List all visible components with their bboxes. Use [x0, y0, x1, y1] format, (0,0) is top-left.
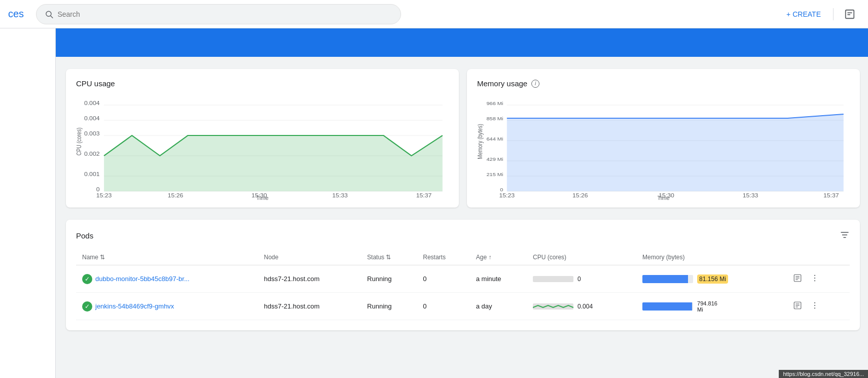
col-age[interactable]: Age ↑	[470, 250, 527, 265]
svg-point-57	[814, 302, 815, 303]
svg-text:215 Mi: 215 Mi	[486, 172, 503, 177]
svg-text:15:33: 15:33	[332, 193, 348, 197]
info-icon[interactable]: i	[531, 80, 539, 88]
create-button[interactable]: + CREATE	[780, 6, 827, 22]
memory-bar-fill	[642, 302, 692, 311]
more-icon[interactable]	[808, 271, 821, 286]
pod-age-cell: a minute	[470, 265, 527, 293]
memory-chart-area: 966 Mi 858 Mi 644 Mi 429 Mi 215 Mi 0 Mem…	[477, 96, 850, 197]
svg-point-58	[814, 305, 815, 306]
logs-icon[interactable]	[791, 271, 804, 286]
svg-point-50	[814, 275, 815, 276]
cpu-bar-container: 0.004	[533, 303, 630, 310]
svg-point-59	[814, 307, 815, 308]
url-bar: https://blog.csdn.net/qq_32916...	[779, 370, 868, 378]
col-status[interactable]: Status ⇅	[361, 250, 417, 265]
cpu-mini-chart	[533, 303, 573, 310]
pod-age-cell: a day	[470, 293, 527, 320]
left-sidebar	[0, 28, 56, 378]
pod-memory-cell: 81.156 Mi	[636, 265, 785, 293]
memory-bar-bg	[642, 275, 693, 283]
svg-text:0: 0	[96, 187, 100, 192]
logs-icon[interactable]	[791, 299, 804, 314]
pod-restarts-cell: 0	[417, 293, 469, 320]
pod-node-cell: hdss7-21.host.com	[258, 293, 361, 320]
svg-text:0.004: 0.004	[84, 100, 100, 106]
svg-point-51	[814, 278, 815, 279]
svg-text:0: 0	[500, 187, 503, 192]
pod-actions-cell	[785, 265, 850, 293]
create-plus: +	[786, 10, 790, 18]
cpu-chart-svg: 0.004 0.004 0.003 0.002 0.001 0 CPU (cor…	[76, 96, 449, 197]
row-actions	[791, 299, 844, 314]
svg-text:15:33: 15:33	[743, 193, 758, 197]
cpu-bar-value: 0	[577, 276, 581, 283]
cpu-chart-card: CPU usage 0.004 0.004 0.003 0.002 0.001 …	[66, 69, 459, 208]
cpu-chart-area: 0.004 0.004 0.003 0.002 0.001 0 CPU (cor…	[76, 96, 449, 197]
svg-text:966 Mi: 966 Mi	[486, 101, 503, 106]
page-header: ❯ Pods	[0, 28, 868, 57]
pod-name-link[interactable]: dubbo-monitor-5bb45c8b97-br...	[95, 275, 190, 283]
pods-table-header-row: Name ⇅ Node Status ⇅ Restarts Age ↑ CPU …	[76, 250, 850, 265]
status-ok-icon: ✓	[82, 274, 92, 284]
status-ok-icon: ✓	[82, 301, 92, 312]
create-label: CREATE	[792, 10, 821, 18]
col-node: Node	[258, 250, 361, 265]
cpu-bar-container: 0	[533, 276, 630, 283]
svg-text:CPU (cores): CPU (cores)	[76, 127, 82, 155]
svg-text:429 Mi: 429 Mi	[486, 157, 503, 162]
pods-table-head: Name ⇅ Node Status ⇅ Restarts Age ↑ CPU …	[76, 250, 850, 265]
col-actions	[785, 250, 850, 265]
svg-text:15:26: 15:26	[572, 193, 588, 197]
table-row: ✓ jenkins-54b8469cf9-gmhvx hdss7-21.host…	[76, 293, 850, 320]
svg-text:15:37: 15:37	[823, 193, 839, 197]
header-divider	[833, 8, 834, 20]
search-bar[interactable]	[36, 4, 401, 24]
table-row: ✓ dubbo-monitor-5bb45c8b97-br... hdss7-2…	[76, 265, 850, 293]
svg-line-1	[51, 16, 53, 18]
col-memory: Memory (bytes)	[636, 250, 785, 265]
memory-bar-value: 794.816Mi	[697, 300, 717, 313]
pod-status-cell: Running	[361, 265, 417, 293]
filter-icon[interactable]	[840, 230, 850, 242]
svg-text:Memory (bytes): Memory (bytes)	[477, 124, 483, 159]
pod-name-cell: ✓ dubbo-monitor-5bb45c8b97-br...	[76, 265, 258, 293]
header-right: + CREATE	[780, 4, 860, 24]
url-text: https://blog.csdn.net/qq_32916...	[783, 371, 864, 377]
pod-name-cell: ✓ jenkins-54b8469cf9-gmhvx	[76, 293, 258, 320]
charts-row: CPU usage 0.004 0.004 0.003 0.002 0.001 …	[66, 69, 860, 208]
main-content: CPU usage 0.004 0.004 0.003 0.002 0.001 …	[0, 57, 868, 378]
memory-bar-container: 81.156 Mi	[642, 274, 779, 284]
more-icon[interactable]	[808, 299, 821, 314]
pod-name-link[interactable]: jenkins-54b8469cf9-gmhvx	[95, 302, 174, 310]
search-input[interactable]	[57, 10, 392, 18]
cpu-chart-title: CPU usage	[76, 79, 449, 88]
notification-icon	[844, 9, 855, 20]
col-name[interactable]: Name ⇅	[76, 250, 258, 265]
search-icon	[45, 10, 53, 19]
memory-chart-title: Memory usage i	[477, 79, 850, 88]
svg-text:0.002: 0.002	[84, 151, 100, 157]
memory-bar-container: 794.816Mi	[642, 300, 779, 313]
col-restarts: Restarts	[417, 250, 469, 265]
svg-text:644 Mi: 644 Mi	[486, 136, 503, 142]
svg-text:15:23: 15:23	[499, 193, 515, 197]
svg-marker-18	[104, 135, 443, 191]
memory-tooltip-value: 81.156 Mi	[697, 274, 728, 284]
pods-table-body: ✓ dubbo-monitor-5bb45c8b97-br... hdss7-2…	[76, 265, 850, 320]
notification-button[interactable]	[840, 4, 860, 24]
cpu-bar-value: 0.004	[577, 303, 593, 310]
svg-text:0.004: 0.004	[84, 116, 100, 121]
pod-restarts-cell: 0	[417, 265, 469, 293]
col-cpu: CPU (cores)	[527, 250, 636, 265]
pod-actions-cell	[785, 293, 850, 320]
pods-table: Name ⇅ Node Status ⇅ Restarts Age ↑ CPU …	[76, 250, 850, 320]
svg-text:858 Mi: 858 Mi	[486, 116, 503, 121]
cpu-bar-bg	[533, 276, 573, 282]
svg-text:15:23: 15:23	[96, 193, 112, 197]
app-title: ces	[8, 8, 24, 20]
svg-text:0.001: 0.001	[84, 171, 100, 177]
pod-memory-cell: 794.816Mi	[636, 293, 785, 320]
memory-chart-svg: 966 Mi 858 Mi 644 Mi 429 Mi 215 Mi 0 Mem…	[477, 96, 850, 197]
cpu-bar-bg	[533, 303, 573, 310]
